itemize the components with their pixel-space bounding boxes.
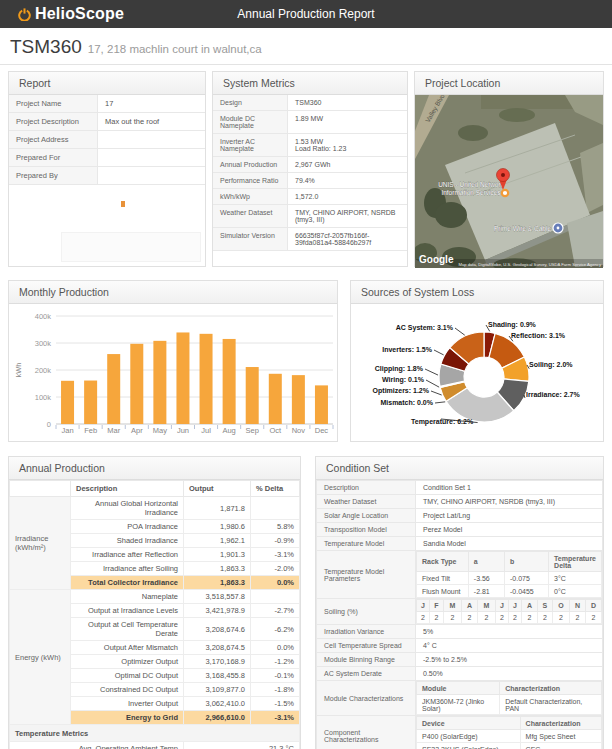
monthly-production-chart: 0100k200k300k400kkWhJanFebMarAprMayJunJu… <box>9 304 337 442</box>
cs-nested: Rack TypeabTemperature DeltaFixed Tilt-3… <box>416 551 603 599</box>
cs-value: Perez Model <box>416 523 603 537</box>
cs-label: Component Characterizations <box>317 716 416 749</box>
cs-nested-cell: -0.075 <box>504 572 548 585</box>
project-location-title: Project Location <box>415 72 603 95</box>
ap-metric-row: Avg. Operating Ambient Temp21.3 °C <box>10 742 300 749</box>
ap-desc: Output at Cell Temperature Derate <box>71 618 184 641</box>
annual-production-title: Annual Production <box>9 457 300 480</box>
ap-metric-desc: Avg. Operating Ambient Temp <box>10 742 184 749</box>
cs-nested-cell: Fixed Tilt <box>417 572 469 585</box>
loss-label-mismatch: Mismatch: 0.0% <box>380 399 433 406</box>
field-label: Project Name <box>9 95 98 113</box>
cs-nested-cell: -2.81 <box>468 585 504 598</box>
cs-nested-cell: SE33.3KUS (SolarEdge) <box>417 743 521 749</box>
ap-col-header: % Delta <box>251 481 300 497</box>
field-row: DesignTSM360 <box>213 95 407 111</box>
ap-delta: -3.1% <box>251 548 300 562</box>
map-marker1-label-line2: Information Services <box>441 189 501 196</box>
ap-delta: 0.0% <box>251 641 300 655</box>
project-location-panel: Project Location <box>414 71 604 267</box>
field-label: Annual Production <box>213 157 288 173</box>
ap-output: 1,901.3 <box>184 548 251 562</box>
bar-Feb <box>84 381 97 424</box>
loss-label-temperature: Temperature: 6.2% <box>411 418 473 425</box>
cs-row: Module CharacterizationsModuleCharacteri… <box>317 681 603 716</box>
cs-nested-cell: 0°C <box>549 585 602 598</box>
cs-nested-header: M <box>477 600 495 612</box>
ap-output: 3,518,557.8 <box>184 590 251 604</box>
field-label: Design <box>213 95 288 111</box>
map-marker2[interactable] <box>553 223 563 233</box>
map-project-marker[interactable] <box>502 190 508 196</box>
cs-label: Soiling (%) <box>317 599 416 625</box>
field-label: Performance Ratio <box>213 173 288 189</box>
cs-nested-header: N <box>569 600 585 612</box>
satellite-map[interactable]: Valley Blvd UNIS - United Network Inform… <box>415 95 603 268</box>
title-bar: TSM36017, 218 machlin court in walnut,ca <box>0 28 612 65</box>
ap-output: 1,863.3 <box>184 576 251 590</box>
cs-nested-cell: 2 <box>569 612 585 624</box>
cs-row: Weather DatasetTMY, CHINO AIRPORT, NSRDB… <box>317 495 603 509</box>
ap-desc: Shaded Irradiance <box>71 534 184 548</box>
field-value: 1.53 MWLoad Ratio: 1.23 <box>288 134 408 157</box>
cs-nested-cell: 2 <box>477 612 495 624</box>
bar-Jan <box>61 381 74 424</box>
bar-Mar <box>107 354 120 424</box>
bar-Dec <box>315 385 328 424</box>
ap-col-header: Output <box>184 481 251 497</box>
cs-value: -2.5% to 2.5% <box>416 653 603 667</box>
ap-delta <box>251 497 300 520</box>
condition-set-table: DescriptionCondition Set 1Weather Datase… <box>316 480 603 749</box>
ap-output: 1,871.8 <box>184 497 251 520</box>
field-value: 1,572.0 <box>288 189 408 205</box>
cs-nested-cell: 2 <box>461 612 477 624</box>
system-metrics-title: System Metrics <box>213 72 407 95</box>
ap-desc: Output at Irradiance Levels <box>71 604 184 618</box>
cs-label: Irradiation Variance <box>317 625 416 639</box>
svg-text:300k: 300k <box>35 339 52 348</box>
report-panel-title: Report <box>9 72 205 95</box>
cs-label: Module Characterizations <box>317 681 416 716</box>
cs-row: Cell Temperature Spread4° C <box>317 639 603 653</box>
svg-text:Jul: Jul <box>201 426 211 435</box>
ap-row: Irradiance (kWh/m²)Annual Global Horizon… <box>10 497 300 520</box>
loss-label-soiling: Soiling: 2.0% <box>529 361 573 368</box>
cs-nested-header: J <box>496 600 509 612</box>
power-icon <box>18 8 31 21</box>
field-label: Project Address <box>9 131 98 149</box>
ap-desc: Irradiance after Reflection <box>71 548 184 562</box>
field-row: Project DescriptionMax out the roof <box>9 113 205 131</box>
ap-group-label: Irradiance (kWh/m²) <box>10 497 71 590</box>
ap-output: 3,168,455.8 <box>184 669 251 683</box>
cs-row: Transposition ModelPerez Model <box>317 523 603 537</box>
field-value <box>98 131 206 149</box>
cs-nested-header: Characterization <box>500 682 602 695</box>
cs-nested-cell: -3.56 <box>468 572 504 585</box>
cs-label: Transposition Model <box>317 523 416 537</box>
cs-nested-header: a <box>468 552 504 572</box>
field-row: Annual Production2,967 GWh <box>213 157 407 173</box>
bar-Jun <box>176 332 189 424</box>
cs-row: Solar Angle LocationProject Lat/Lng <box>317 509 603 523</box>
svg-text:Aug: Aug <box>222 426 235 435</box>
field-value: 2,967 GWh <box>288 157 408 173</box>
cs-nested-header: Temperature Delta <box>549 552 602 572</box>
cs-nested-header: Characterization <box>520 717 601 730</box>
ap-metric-value: 21.3 °C <box>184 742 300 749</box>
cs-nested-header: J <box>508 600 521 612</box>
cs-nested-header: M <box>443 600 461 612</box>
cs-nested-header: O <box>552 600 569 612</box>
field-row: Prepared By <box>9 167 205 185</box>
cs-label: Cell Temperature Spread <box>317 639 416 653</box>
ap-desc: Optimizer Output <box>71 655 184 669</box>
svg-text:Nov: Nov <box>292 426 306 435</box>
tables-row: Annual Production DescriptionOutput% Del… <box>8 456 604 749</box>
condition-set-panel: Condition Set DescriptionCondition Set 1… <box>315 456 604 749</box>
cs-row: Temperature Model ParametersRack TypeabT… <box>317 551 603 599</box>
ap-delta: 5.8% <box>251 520 300 534</box>
cs-nested-cell: 2 <box>521 612 537 624</box>
field-label: Prepared By <box>9 167 98 185</box>
ap-delta: -1.8% <box>251 683 300 697</box>
svg-text:200k: 200k <box>35 366 52 375</box>
cs-nested-header: D <box>585 600 601 612</box>
